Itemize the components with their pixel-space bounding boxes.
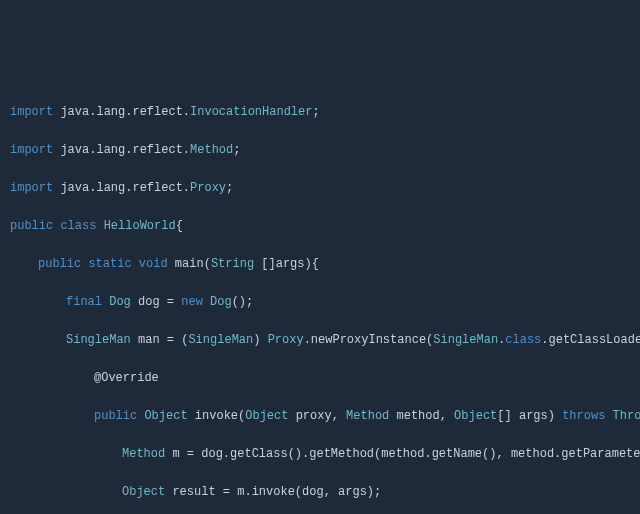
type: Method xyxy=(346,409,389,423)
txt: ) xyxy=(253,333,267,347)
punc: (); xyxy=(232,295,254,309)
keyword: import xyxy=(10,181,53,195)
keyword: public xyxy=(10,219,53,233)
sp xyxy=(605,409,612,423)
code-line: SingleMan man = (SingleMan) Proxy.newPro… xyxy=(10,331,630,350)
keyword: import xyxy=(10,105,53,119)
punc: ; xyxy=(312,105,319,119)
type: Throwable xyxy=(613,409,640,423)
annotation: @Override xyxy=(94,371,159,385)
code-line: @Override xyxy=(10,369,630,388)
txt: .newProxyInstance( xyxy=(304,333,434,347)
type: Proxy xyxy=(190,181,226,195)
type: Method xyxy=(122,447,165,461)
txt: [] args) xyxy=(497,409,562,423)
fn: invoke( xyxy=(188,409,246,423)
pkg: java.lang.reflect. xyxy=(53,181,190,195)
txt: dog = xyxy=(131,295,181,309)
type: Dog xyxy=(109,295,131,309)
type: HelloWorld xyxy=(104,219,176,233)
code-line: import java.lang.reflect.InvocationHandl… xyxy=(10,103,630,122)
code-line: public Object invoke(Object proxy, Metho… xyxy=(10,407,630,426)
punc: ; xyxy=(226,181,233,195)
keyword: final xyxy=(66,295,102,309)
keyword: public xyxy=(94,409,137,423)
sp xyxy=(132,257,139,271)
type: Object xyxy=(245,409,288,423)
type: String xyxy=(211,257,254,271)
keyword: import xyxy=(10,143,53,157)
type: Object xyxy=(454,409,497,423)
txt: proxy, xyxy=(288,409,346,423)
code-block: import java.lang.reflect.InvocationHandl… xyxy=(10,84,630,514)
type: InvocationHandler xyxy=(190,105,312,119)
code-line: public static void main(String []args){ xyxy=(10,255,630,274)
code-line: import java.lang.reflect.Method; xyxy=(10,141,630,160)
sp xyxy=(203,295,210,309)
txt: man = ( xyxy=(131,333,189,347)
code-line: Object result = m.invoke(dog, args); xyxy=(10,483,630,502)
code-line: import java.lang.reflect.Proxy; xyxy=(10,179,630,198)
punc: { xyxy=(176,219,183,233)
type: Dog xyxy=(210,295,232,309)
txt: result = m.invoke(dog, args); xyxy=(165,485,381,499)
keyword: class xyxy=(505,333,541,347)
pkg: java.lang.reflect. xyxy=(53,105,190,119)
type: Object xyxy=(122,485,165,499)
type: SingleMan xyxy=(433,333,498,347)
pkg: java.lang.reflect. xyxy=(53,143,190,157)
code-line: final Dog dog = new Dog(); xyxy=(10,293,630,312)
keyword: class xyxy=(60,219,96,233)
sp xyxy=(96,219,103,233)
txt: m = dog.getClass().getMethod(method.getN… xyxy=(165,447,640,461)
type: Method xyxy=(190,143,233,157)
punc: ; xyxy=(233,143,240,157)
keyword: public xyxy=(38,257,81,271)
code-line: public class HelloWorld{ xyxy=(10,217,630,236)
type: SingleMan xyxy=(66,333,131,347)
txt: method, xyxy=(389,409,454,423)
keyword: void xyxy=(139,257,168,271)
type: Proxy xyxy=(268,333,304,347)
punc: []args){ xyxy=(254,257,319,271)
code-line: Method m = dog.getClass().getMethod(meth… xyxy=(10,445,630,464)
fn: main( xyxy=(168,257,211,271)
keyword: static xyxy=(88,257,131,271)
type: Object xyxy=(144,409,187,423)
txt: .getClassLoader(), n xyxy=(541,333,640,347)
type: SingleMan xyxy=(188,333,253,347)
keyword: throws xyxy=(562,409,605,423)
keyword: new xyxy=(181,295,203,309)
